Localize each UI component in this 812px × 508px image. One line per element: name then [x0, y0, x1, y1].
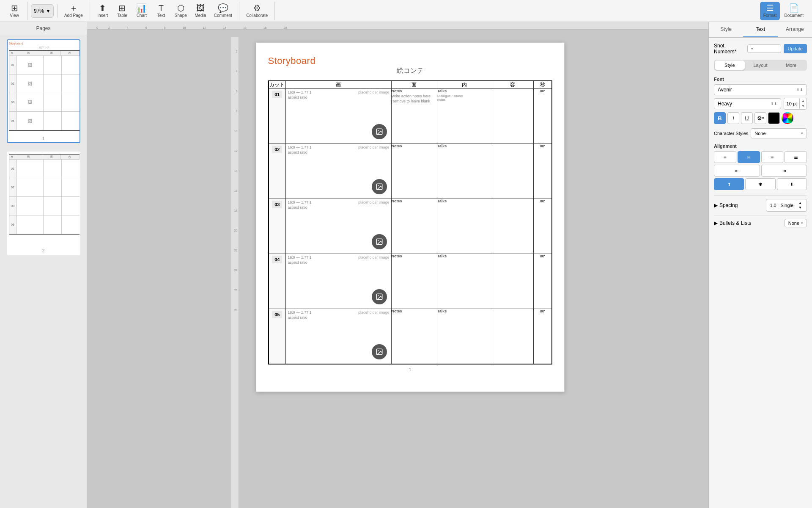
font-size-down[interactable]: ▼ [800, 104, 807, 109]
toolbar-insert-group: ⬆ Insert ⊞ Table 📊 Chart T Text ⬡ Shape … [93, 2, 239, 20]
image-placeholder-icon-3: 🖼 [28, 100, 32, 105]
view-button[interactable]: ⊞ View [5, 2, 24, 20]
bullets-value[interactable]: None ▾ [785, 219, 807, 227]
empty-cell-05 [492, 309, 534, 364]
char-styles-arrow: ▾ [801, 131, 803, 135]
zoom-control[interactable]: 97% ▼ [31, 4, 54, 18]
underline-label: U [745, 115, 749, 121]
bold-button[interactable]: B [714, 112, 726, 124]
font-section-label: Font [714, 77, 807, 82]
bullets-row[interactable]: ▶ Bullets & Lists None ▾ [714, 215, 807, 231]
thumb-img-3: 🖼 [17, 93, 44, 111]
placeholder-label-03: placeholder image [358, 200, 390, 204]
notes-cell-01: Notes Write action notes here Remove to … [391, 89, 437, 144]
font-family-select[interactable]: Avenir ⬆⬇ [714, 84, 807, 95]
collaborate-label: Collaborate [246, 13, 268, 18]
text-color-swatch[interactable] [768, 112, 780, 124]
thumb-talks-2 [62, 75, 80, 93]
underline-button[interactable]: U [741, 112, 753, 124]
sub-tab-layout[interactable]: Layout [746, 61, 776, 70]
comment-button[interactable]: 💬 Comment [211, 2, 236, 20]
format-label: Format [763, 13, 777, 18]
shape-button[interactable]: ⬡ Shape [171, 2, 190, 20]
spacing-triangle: ▶ [714, 202, 718, 208]
text-button[interactable]: T Text [152, 2, 170, 20]
notes-cell-02: Notes [391, 144, 437, 199]
gear-icon: ⚙ [757, 115, 762, 121]
spacing-value[interactable]: 1.0 - Single ▲ ▼ [766, 199, 807, 212]
table-icon: ⊞ [118, 4, 126, 12]
valign-top-button[interactable]: ⬆ [714, 178, 744, 190]
media-icon: 🖼 [196, 4, 205, 12]
char-styles-select[interactable]: None ▾ [751, 128, 807, 138]
shape-label: Shape [175, 13, 187, 18]
valign-middle-button[interactable]: ✱ [745, 178, 775, 190]
sub-tab-style[interactable]: Style [715, 61, 745, 70]
canvas-area[interactable]: 0 2 4 6 8 10 12 14 16 18 20 2 4 6 8 [87, 22, 708, 508]
comment-label: Comment [214, 13, 232, 18]
align-left-button[interactable]: ≡ [714, 151, 736, 163]
th-screen-2: 面 [42, 155, 61, 159]
collaborate-button[interactable]: ⚙ Collaborate [243, 2, 271, 20]
format-button[interactable]: ☰ Format [760, 2, 780, 20]
comment-icon: 💬 [218, 4, 228, 12]
italic-button[interactable]: I [727, 112, 739, 124]
talks-header-02: Talks [437, 144, 447, 148]
align-justify-button[interactable]: ≣ [785, 151, 807, 163]
empty-cell-04 [492, 254, 534, 309]
font-size-up[interactable]: ▲ [800, 99, 807, 104]
panel-content: Shot Numbers* ▾ Update Style Layout More [709, 38, 812, 508]
storyboard-body: 01 16:9 — 1.77:1aspect ratio placeholder… [269, 89, 552, 364]
document-button[interactable]: 📄 Document [781, 2, 807, 20]
tab-text[interactable]: Text [743, 22, 777, 37]
align-center-button[interactable]: ≡ [738, 151, 760, 163]
table-button[interactable]: ⊞ Table [113, 2, 132, 20]
insert-button[interactable]: ⬆ Insert [93, 2, 112, 20]
align-row-2: ⇤ ⇥ [714, 165, 807, 177]
text-options-button[interactable]: ⚙ ▾ [754, 112, 766, 124]
update-button[interactable]: Update [784, 44, 807, 53]
page-thumbnail-1[interactable]: Storyboard 絵コンテ カ 画 面 内 01 🖼 [7, 39, 80, 143]
notes-hint2-01: Remove to leave blank [392, 99, 437, 103]
color-picker-button[interactable] [782, 112, 793, 124]
add-page-button[interactable]: ＋ Add Page [61, 2, 86, 20]
indent-increase-button[interactable]: ⇥ [761, 165, 807, 177]
media-label: Media [195, 13, 206, 18]
tab-arrange[interactable]: Arrange [778, 22, 812, 37]
talks-sub-01: Dialogue / soundnotes [437, 94, 492, 102]
bullets-text: Bullets & Lists [719, 220, 751, 226]
bold-label: B [718, 115, 721, 121]
font-weight-select[interactable]: Heavy ⬆⬇ [714, 98, 781, 109]
shape-icon: ⬡ [177, 4, 184, 12]
text-icon: T [159, 4, 164, 12]
col-header-container: 容 [492, 81, 534, 89]
tab-style[interactable]: Style [709, 22, 743, 37]
valign-bottom-button[interactable]: ⬇ [777, 178, 807, 190]
spacing-down[interactable]: ▼ [797, 205, 803, 210]
shot-numbers-dropdown[interactable]: ▾ [747, 44, 781, 53]
sub-tab-more[interactable]: More [776, 61, 806, 70]
thumb-notes-2-4 [44, 215, 62, 234]
thumb-img-4: 🖼 [17, 112, 44, 130]
thumb-img-2-2 [17, 178, 44, 196]
spacing-row[interactable]: ▶ Spacing 1.0 - Single ▲ ▼ [714, 195, 807, 215]
visual-cell-05: 16:9 — 1.77:1aspect ratio placeholder im… [286, 309, 391, 364]
chart-button[interactable]: 📊 Chart [132, 2, 151, 20]
image-placeholder-icon-2: 🖼 [28, 81, 32, 86]
spacing-up[interactable]: ▲ [797, 201, 803, 205]
thumb-talks-2-2 [62, 178, 80, 196]
thumb-talks-2-1 [62, 160, 80, 178]
row-num-04: 04 [269, 254, 286, 309]
align-right-button[interactable]: ≡ [761, 151, 784, 163]
placeholder-label-02: placeholder image [358, 145, 390, 149]
thumb-row-2-3: 08 [9, 197, 80, 215]
sidebar-pages: Pages Storyboard 絵コンテ カ 画 面 内 [0, 22, 87, 508]
indent-decrease-button[interactable]: ⇤ [714, 165, 760, 177]
svg-point-3 [378, 185, 379, 186]
row-num-03: 03 [269, 199, 286, 254]
media-button[interactable]: 🖼 Media [191, 2, 210, 20]
alignment-label: Alignment [714, 144, 807, 149]
talks-header-03: Talks [437, 199, 447, 203]
thumb-img-2: 🖼 [17, 75, 44, 93]
page-thumbnail-2[interactable]: カ 画 面 内 06 07 [7, 152, 80, 255]
